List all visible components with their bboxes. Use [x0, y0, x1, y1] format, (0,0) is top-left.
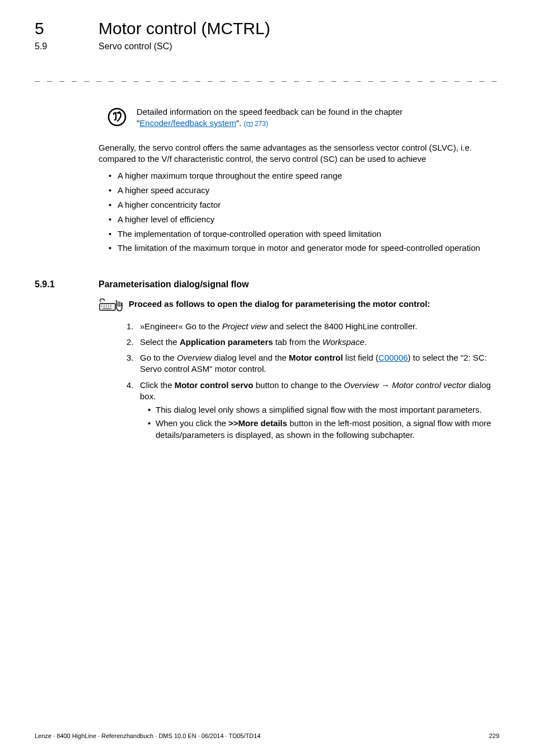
chapter-title: Motor control (MCTRL) [99, 19, 270, 38]
tip-icon [107, 108, 127, 129]
list-item: When you click the >>More details button… [148, 418, 499, 441]
step-3: 3. Go to the Overview dialog level and t… [127, 352, 499, 375]
svg-point-1 [118, 111, 120, 114]
footer-page-number: 229 [489, 732, 499, 739]
page-ref-num: 273) [255, 120, 268, 128]
tip-block: Detailed information on the speed feedba… [99, 106, 499, 130]
list-item: The implementation of torque-controlled … [109, 228, 499, 240]
intro-paragraph: Generally, the servo control offers the … [99, 142, 499, 165]
step-text: »Engineer« Go to the Project view and se… [140, 321, 417, 331]
step-number: 4. [127, 380, 134, 391]
step-4: 4. Click the Motor control servo button … [127, 380, 499, 441]
encoder-feedback-link[interactable]: Encoder/feedback system [139, 118, 236, 128]
keyboard-hand-icon [99, 298, 123, 316]
procedure-heading: Proceed as follows to open the dialog fo… [99, 298, 499, 316]
code-link[interactable]: C00006 [378, 353, 408, 362]
list-item: The limitation of the maximum torque in … [109, 242, 499, 254]
section-number: 5.9 [35, 41, 99, 52]
divider-rule: _ _ _ _ _ _ _ _ _ _ _ _ _ _ _ _ _ _ _ _ … [35, 72, 499, 82]
svg-point-0 [109, 109, 125, 125]
page-footer: Lenze · 8400 HighLine · Referenzhandbuch… [35, 732, 499, 739]
step-text: Go to the Overview dialog level and the … [140, 353, 487, 374]
feature-list: A higher maximum torque throughout the e… [109, 170, 499, 254]
page: 5 Motor control (MCTRL) 5.9 Servo contro… [0, 0, 534, 756]
book-icon [246, 121, 253, 130]
list-item: This dialog level only shows a simplifie… [148, 404, 499, 416]
step-number: 3. [127, 352, 134, 363]
list-item: A higher speed accuracy [109, 185, 499, 196]
step-text: Click the Motor control servo button to … [140, 380, 491, 401]
procedure-steps: 1. »Engineer« Go to the Project view and… [127, 321, 499, 441]
page-ref: ( 273) [244, 120, 268, 128]
chapter-number: 5 [35, 19, 99, 38]
step-4-sublist: This dialog level only shows a simplifie… [148, 404, 499, 441]
tip-line1: Detailed information on the speed feedba… [137, 107, 402, 116]
chapter-header: 5 Motor control (MCTRL) [35, 19, 499, 38]
subsection-title: Parameterisation dialog/signal flow [99, 279, 249, 290]
step-number: 2. [127, 337, 134, 348]
section-header: 5.9 Servo control (SC) [35, 41, 499, 52]
procedure-heading-text: Proceed as follows to open the dialog fo… [129, 298, 430, 310]
tip-text: Detailed information on the speed feedba… [137, 106, 499, 130]
section-title: Servo control (SC) [99, 41, 172, 52]
step-number: 1. [127, 321, 134, 332]
arrow-icon: → [381, 380, 392, 390]
list-item: A higher concentricity factor [109, 199, 499, 211]
footer-left: Lenze · 8400 HighLine · Referenzhandbuch… [35, 732, 260, 739]
step-1: 1. »Engineer« Go to the Project view and… [127, 321, 499, 332]
list-item: A higher maximum torque throughout the e… [109, 170, 499, 181]
subsection-header: 5.9.1 Parameterisation dialog/signal flo… [35, 279, 499, 290]
subsection-number: 5.9.1 [35, 279, 99, 290]
tip-after-link: ". [236, 118, 244, 128]
step-text: Select the Application parameters tab fr… [140, 337, 367, 347]
list-item: A higher level of efficiency [109, 214, 499, 225]
content-area: Detailed information on the speed feedba… [99, 106, 499, 254]
procedure-block: Proceed as follows to open the dialog fo… [99, 298, 499, 441]
step-2: 2. Select the Application parameters tab… [127, 337, 499, 348]
